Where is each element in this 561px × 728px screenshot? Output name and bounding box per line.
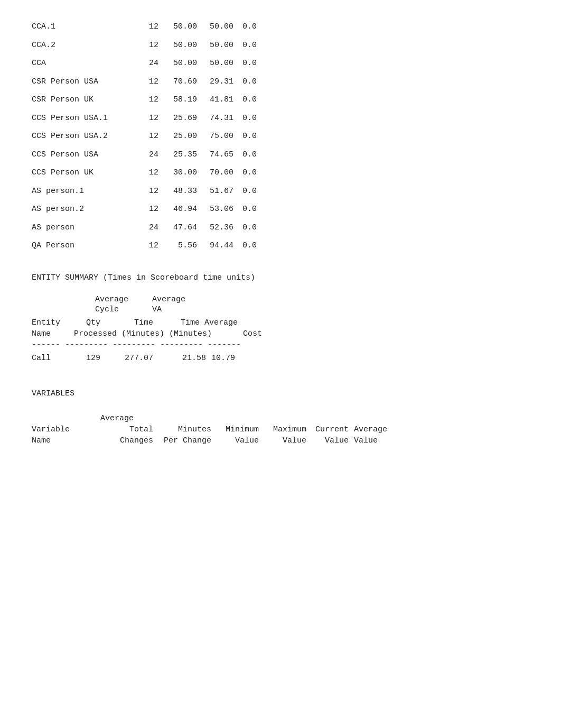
row-v1: 50.00	[163, 40, 197, 52]
row-v2: 74.31	[199, 113, 233, 125]
row-v1: 46.94	[163, 204, 197, 216]
row-name: CCA	[32, 58, 137, 70]
row-v2: 70.00	[199, 167, 233, 179]
row-qty: 12	[137, 40, 158, 52]
var-col-per-change: Per Change	[158, 436, 217, 445]
row-qty: 12	[137, 240, 158, 252]
row-name: QA Person	[32, 240, 137, 252]
variables-section: VARIABLES Average Variable Total Minutes…	[32, 389, 529, 445]
var-col-total: Total	[116, 425, 158, 434]
row-name: CCS Person USA	[32, 149, 137, 161]
row-name: AS person	[32, 222, 137, 234]
row-qty: 12	[137, 76, 158, 88]
row-v2: 41.81	[199, 94, 233, 106]
entity-col-row2: Name Processed (Minutes) (Minutes) Cost	[32, 329, 529, 338]
row-v3: 0.0	[236, 94, 257, 106]
row-v3: 0.0	[236, 21, 257, 33]
row-v2: 94.44	[199, 240, 233, 252]
entity-col-entity: Entity	[32, 318, 74, 327]
row-v2: 50.00	[199, 21, 233, 33]
row-v1: 47.64	[163, 222, 197, 234]
entity-data-qty: 129	[74, 354, 106, 363]
entity-avg1-label: Average	[95, 295, 148, 304]
row-qty: 12	[137, 131, 158, 143]
row-v2: 75.00	[199, 131, 233, 143]
row-v2: 50.00	[199, 58, 233, 70]
row-qty: 12	[137, 186, 158, 198]
row-v3: 0.0	[236, 76, 257, 88]
var-col-minutes: Minutes	[158, 425, 217, 434]
var-col-variable: Variable	[32, 425, 116, 434]
entity-data-name: Call	[32, 354, 74, 363]
row-v1: 30.00	[163, 167, 197, 179]
var-col-value3: Value	[312, 436, 354, 445]
row-v1: 70.69	[163, 76, 197, 88]
entity-data-row: Call 129 277.07 21.58 10.79	[32, 354, 529, 363]
list-item: CCA2450.0050.000.0	[32, 58, 529, 70]
var-avg-label: Average	[100, 414, 529, 423]
entity-data-time: 277.07	[106, 354, 158, 363]
row-name: AS person.1	[32, 186, 137, 198]
row-qty: 12	[137, 204, 158, 216]
entity-col-qty: Qty	[74, 318, 106, 327]
entity-col-time2: Time Average	[158, 318, 243, 327]
row-v1: 5.56	[163, 240, 197, 252]
entity-avg2-label: Average	[152, 295, 185, 304]
entity-separator: ------ --------- --------- --------- ---…	[32, 340, 529, 349]
row-v1: 25.00	[163, 131, 197, 143]
entity-col-time: Time	[106, 318, 158, 327]
entity-data-vatime: 21.58	[158, 354, 211, 363]
entity-avg-header-2: Cycle VA	[95, 305, 529, 314]
var-col-row1: Variable Total Minutes Minimum Maximum C…	[32, 425, 529, 434]
var-col-changes: Changes	[116, 436, 158, 445]
list-item: CCA.21250.0050.000.0	[32, 40, 529, 52]
entity-cycle-label: Cycle	[95, 305, 148, 314]
entity-section: ENTITY SUMMARY (Times in Scoreboard time…	[32, 273, 529, 363]
var-col-row2: Name Changes Per Change Value Value Valu…	[32, 436, 529, 445]
var-col-value1: Value	[217, 436, 264, 445]
var-col-minimum: Minimum	[217, 425, 264, 434]
list-item: CCS Person USA2425.3574.650.0	[32, 149, 529, 161]
row-name: CCS Person UK	[32, 167, 137, 179]
var-col-avg2: Average	[354, 425, 387, 434]
row-v2: 74.65	[199, 149, 233, 161]
entity-va-label: VA	[152, 305, 162, 314]
row-qty: 24	[137, 149, 158, 161]
row-name: CCS Person USA.1	[32, 113, 137, 125]
entity-section-title: ENTITY SUMMARY (Times in Scoreboard time…	[32, 273, 529, 282]
entity-avg-header-1: Average Average	[95, 295, 529, 304]
data-rows-section: CCA.11250.0050.000.0CCA.21250.0050.000.0…	[32, 21, 529, 252]
row-name: AS person.2	[32, 204, 137, 216]
row-v1: 25.69	[163, 113, 197, 125]
list-item: CCA.11250.0050.000.0	[32, 21, 529, 33]
row-v3: 0.0	[236, 186, 257, 198]
row-v3: 0.0	[236, 58, 257, 70]
row-v3: 0.0	[236, 204, 257, 216]
row-qty: 12	[137, 113, 158, 125]
var-col-current: Current	[312, 425, 354, 434]
list-item: CCS Person USA.21225.0075.000.0	[32, 131, 529, 143]
var-col-maximum: Maximum	[264, 425, 312, 434]
row-qty: 12	[137, 94, 158, 106]
list-item: AS person.21246.9453.060.0	[32, 204, 529, 216]
row-v2: 53.06	[199, 204, 233, 216]
row-v2: 29.31	[199, 76, 233, 88]
row-name: CSR Person UK	[32, 94, 137, 106]
list-item: AS person2447.6452.360.0	[32, 222, 529, 234]
row-v1: 50.00	[163, 58, 197, 70]
entity-col-name: Name	[32, 329, 74, 338]
var-col-value2: Value	[264, 436, 312, 445]
row-name: CSR Person USA	[32, 76, 137, 88]
row-v3: 0.0	[236, 240, 257, 252]
list-item: QA Person125.5694.440.0	[32, 240, 529, 252]
variables-title: VARIABLES	[32, 389, 529, 398]
row-v1: 48.33	[163, 186, 197, 198]
row-v3: 0.0	[236, 167, 257, 179]
var-col-value4: Value	[354, 436, 378, 445]
list-item: AS person.11248.3351.670.0	[32, 186, 529, 198]
row-v1: 25.35	[163, 149, 197, 161]
row-name: CCS Person USA.2	[32, 131, 137, 143]
row-qty: 12	[137, 167, 158, 179]
row-v2: 52.36	[199, 222, 233, 234]
row-v1: 50.00	[163, 21, 197, 33]
